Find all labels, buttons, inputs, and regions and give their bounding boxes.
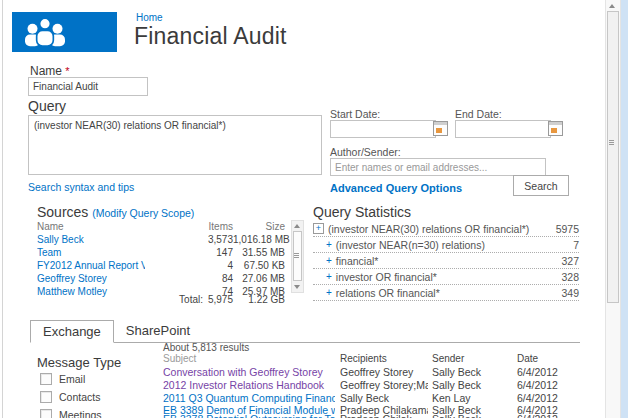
result-link[interactable]: EB 3378 Potential Outsourcing for Tax Pr… [163,413,335,418]
name-label: Name * [30,64,70,78]
filter-meetings: Meetings [40,409,102,418]
total-label: Total: [37,294,203,305]
query-label: Query [28,98,66,114]
result-recipients: Sally Beck [340,392,428,404]
result-link[interactable]: 2012 Investor Relations Handbook [163,379,324,391]
scrollbar-grip-icon [294,253,299,258]
page-title: Financial Audit [134,23,287,50]
search-button[interactable]: Search [513,175,569,196]
page-scrollbar[interactable] [605,0,621,418]
source-row: Team 147 31.55 MB [37,246,285,259]
page-scrollbar-thumb[interactable] [607,11,619,303]
stat-row: + relations OR financial* 349 [313,285,579,301]
stat-row: + investor OR financial* 328 [313,269,579,285]
modify-query-scope-link[interactable]: (Modify Query Scope) [92,207,194,219]
column-header-subject: Subject [163,353,335,364]
source-link[interactable]: FY2012 Annual Report VTeam [37,259,145,272]
sources-header-row: Name Items Size [37,220,285,233]
stat-row: + (investor NEAR(n=30) relations) 7 [313,237,579,253]
people-icon [20,16,70,48]
calendar-icon[interactable] [548,121,563,136]
source-row: Geoffrey Storey 84 27.06 MB [37,272,285,285]
stat-count: 349 [561,287,579,299]
source-row: FY2012 Annual Report VTeam 4 67.50 KB [37,259,285,272]
advanced-query-options-link[interactable]: Advanced Query Options [330,182,462,194]
result-recipients: Pradeep Chilak... [340,413,428,418]
breadcrumb-home-link[interactable]: Home [136,12,163,23]
scroll-up-icon[interactable] [609,4,615,8]
result-sender: Sally Beck [432,413,512,418]
stat-count: 327 [561,255,579,267]
result-recipients: Geoffrey Storey;Matt... [340,379,428,391]
result-link[interactable]: Conversation with Geoffrey Storey [163,366,323,378]
stat-row: + financial* 327 [313,253,579,269]
result-subject: 2011 Q3 Quantum Computing Financials [163,392,335,404]
result-subject: 2012 Investor Relations Handbook [163,379,335,391]
expand-icon[interactable]: + [313,223,324,234]
author-sender-label: Author/Sender: [330,146,401,158]
results-count-text: About 5,813 results [163,342,249,353]
query-textarea[interactable]: (investor NEAR(30) relations OR financia… [28,115,322,175]
site-logo[interactable] [12,12,117,52]
tab-sharepoint[interactable]: SharePoint [114,320,202,342]
source-link[interactable]: Geoffrey Storey [37,272,145,285]
result-subject: Conversation with Geoffrey Storey [163,366,335,378]
result-date: 6/4/2012 [517,413,577,418]
sources-scrollbar[interactable] [291,220,304,293]
expand-icon[interactable]: + [326,271,332,282]
window-right-edge [621,0,628,418]
stat-count: 5975 [556,223,579,235]
results-tabs: Exchange SharePoint [30,320,580,343]
author-sender-input[interactable] [330,158,546,176]
result-subject: EB 3378 Potential Outsourcing for Tax Pr… [163,413,335,418]
column-header-recipients: Recipients [340,353,428,364]
sources-total-row: Total: 5,975 1.22 GB [37,294,285,305]
required-asterisk: * [65,65,69,77]
filter-email: Email [40,373,85,385]
source-link[interactable]: Sally Beck [37,233,145,246]
result-sender: Sally Beck [432,379,512,391]
scrollbar-grip-icon [609,140,614,145]
scroll-up-icon[interactable] [294,224,300,228]
filter-contacts: Contacts [40,391,100,403]
message-type-heading: Message Type [37,355,121,370]
result-date: 6/4/2012 [517,379,577,391]
name-input[interactable] [28,77,148,96]
start-date-label: Start Date: [330,108,380,120]
meetings-checkbox[interactable] [40,409,52,418]
contacts-checkbox[interactable] [40,391,52,403]
result-date: 6/4/2012 [517,366,577,378]
result-sender: Sally Beck [432,366,512,378]
window-left-border [2,0,3,418]
sources-heading: Sources (Modify Query Scope) [37,204,194,220]
email-checkbox[interactable] [40,373,52,385]
stat-count: 328 [561,271,579,283]
query-statistics-table: + (investor NEAR(30) relations OR financ… [313,221,579,301]
result-sender: Ken Lay [432,392,512,404]
scroll-down-icon[interactable] [294,285,300,289]
end-date-input[interactable] [455,120,551,138]
calendar-icon[interactable] [433,121,448,136]
column-header-date: Date [517,353,577,364]
end-date-label: End Date: [455,108,502,120]
start-date-input[interactable] [330,120,436,138]
expand-icon[interactable]: + [326,287,332,298]
source-row: Sally Beck 3,573 1,016.18 MB [37,233,285,246]
total-items: 5,975 [203,294,233,305]
expand-icon[interactable]: + [326,239,332,250]
search-syntax-link[interactable]: Search syntax and tips [28,181,134,193]
column-header-sender: Sender [432,353,512,364]
result-date: 6/4/2012 [517,392,577,404]
result-link[interactable]: 2011 Q3 Quantum Computing Financials [163,392,335,404]
tab-exchange[interactable]: Exchange [30,320,114,343]
source-link[interactable]: Team [37,246,145,259]
result-recipients: Geoffrey Storey [340,366,428,378]
expand-icon[interactable]: + [326,255,332,266]
total-size: 1.22 GB [233,294,285,305]
ediscovery-query-page: Home Financial Audit Name * Query (inves… [0,0,628,418]
stat-row: + (investor NEAR(30) relations OR financ… [313,221,579,237]
sources-table: Name Items Size Sally Beck 3,573 1,016.1… [37,220,285,298]
stat-count: 7 [573,239,579,251]
query-statistics-heading: Query Statistics [313,204,411,220]
